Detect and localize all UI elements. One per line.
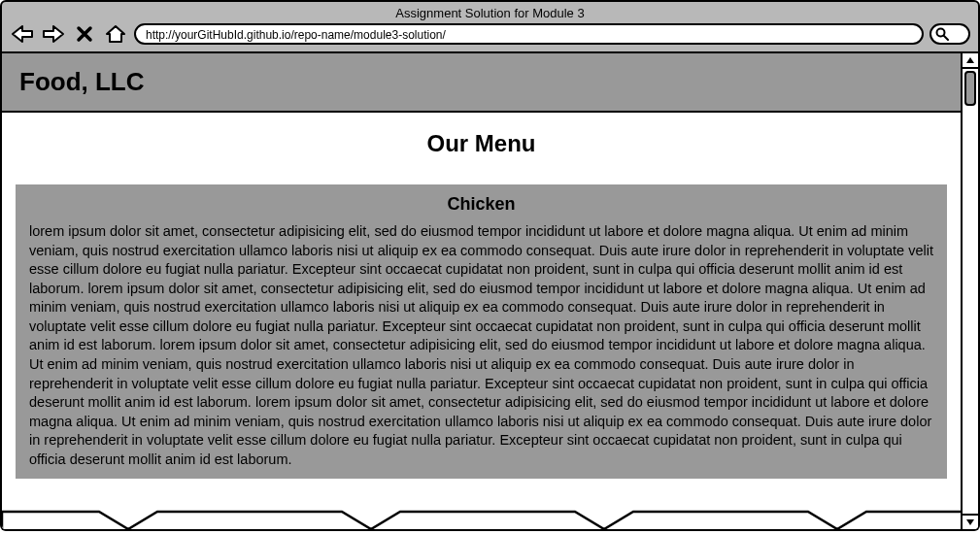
search-button[interactable] <box>929 23 970 45</box>
torn-edge-decoration <box>2 502 961 529</box>
stop-button[interactable] <box>72 22 97 46</box>
back-arrow-icon <box>11 24 34 44</box>
forward-button[interactable] <box>41 22 66 46</box>
scrollbar[interactable] <box>961 53 978 529</box>
forward-arrow-icon <box>42 24 65 44</box>
browser-viewport-wrap: Food, LLC Our Menu Chicken lorem ipsum d… <box>0 53 980 531</box>
browser-toolbar: http://yourGitHubId.github.io/repo-name/… <box>10 22 970 46</box>
browser-chrome: Assignment Solution for Module 3 http://… <box>0 0 980 53</box>
back-button[interactable] <box>10 22 35 46</box>
brand-title: Food, LLC <box>19 67 943 97</box>
url-input[interactable]: http://yourGitHubId.github.io/repo-name/… <box>134 23 924 45</box>
site-header: Food, LLC <box>2 53 961 113</box>
scroll-up-button[interactable] <box>962 53 979 69</box>
home-button[interactable] <box>103 22 128 46</box>
search-icon <box>935 27 949 41</box>
page-title: Our Menu <box>16 130 947 157</box>
card-title: Chicken <box>29 194 933 215</box>
svg-line-1 <box>944 36 948 40</box>
home-icon <box>105 24 126 44</box>
chevron-down-icon <box>965 518 975 526</box>
close-x-icon <box>76 25 93 43</box>
chevron-up-icon <box>965 56 975 64</box>
card-body: lorem ipsum dolor sit amet, consectetur … <box>29 222 933 469</box>
scroll-thumb[interactable] <box>964 71 976 106</box>
browser-window-title: Assignment Solution for Module 3 <box>10 4 970 22</box>
menu-card: Chicken lorem ipsum dolor sit amet, cons… <box>16 184 947 479</box>
browser-viewport: Food, LLC Our Menu Chicken lorem ipsum d… <box>2 53 961 529</box>
scroll-down-button[interactable] <box>962 514 979 529</box>
main-content: Our Menu Chicken lorem ipsum dolor sit a… <box>2 113 961 492</box>
